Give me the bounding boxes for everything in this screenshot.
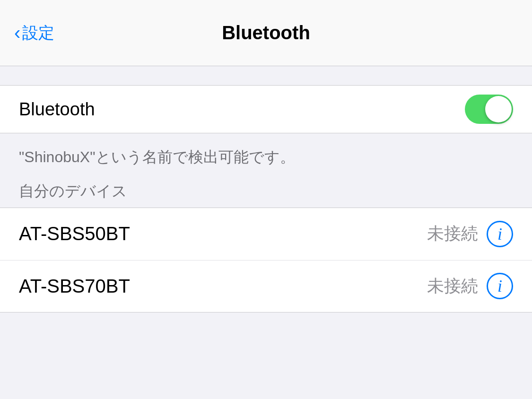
toggle-knob [485,96,512,122]
device-status-0: 未接続 [427,222,478,245]
device-status-area-1: 未接続 i [427,273,513,299]
bluetooth-section: Bluetooth [0,85,532,133]
back-chevron-icon: ‹ [14,23,20,42]
top-spacer [0,66,532,85]
my-devices-header: 自分のデバイス [0,168,532,208]
discoverable-text: "ShinobuX"という名前で検出可能です。 [19,148,295,165]
back-button[interactable]: ‹ 設定 [14,22,54,44]
device-row-0[interactable]: AT-SBS50BT 未接続 i [0,208,532,260]
bluetooth-label: Bluetooth [19,99,95,120]
navigation-bar: ‹ 設定 Bluetooth [0,0,532,66]
page-title: Bluetooth [222,22,310,43]
device-status-1: 未接続 [427,275,478,298]
back-label: 設定 [22,22,54,44]
my-devices-label: 自分のデバイス [19,182,127,200]
device-name-1: AT-SBS70BT [19,276,130,297]
device-list: AT-SBS50BT 未接続 i AT-SBS70BT 未接続 i [0,208,532,312]
device-status-area-0: 未接続 i [427,221,513,247]
discoverable-info: "ShinobuX"という名前で検出可能です。 [0,133,532,168]
bluetooth-toggle[interactable] [465,95,513,124]
device-row-1[interactable]: AT-SBS70BT 未接続 i [0,260,532,312]
device-info-icon-1[interactable]: i [487,273,513,299]
device-name-0: AT-SBS50BT [19,223,130,244]
bluetooth-toggle-row: Bluetooth [0,86,532,133]
device-info-icon-0[interactable]: i [487,221,513,247]
